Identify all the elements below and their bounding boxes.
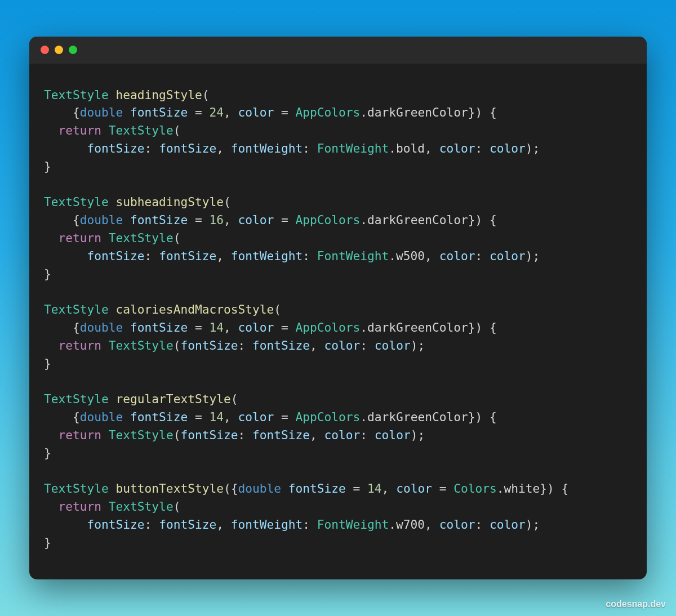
minimize-icon[interactable] xyxy=(55,46,63,54)
code-editor: TextStyle headingStyle( {double fontSize… xyxy=(29,64,647,580)
code-window: TextStyle headingStyle( {double fontSize… xyxy=(29,37,647,580)
watermark-label: codesnap.dev xyxy=(606,599,666,609)
window-titlebar xyxy=(29,37,647,64)
close-icon[interactable] xyxy=(41,46,49,54)
maximize-icon[interactable] xyxy=(69,46,77,54)
